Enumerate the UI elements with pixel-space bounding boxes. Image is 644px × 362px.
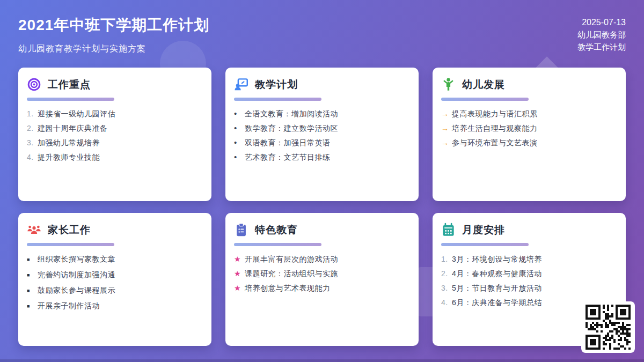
list-item: 4月：春种观察与健康活动 (441, 270, 617, 277)
list-item: 5月：节日教育与开放活动 (441, 284, 617, 292)
card-title: 工作重点 (48, 78, 91, 92)
arrow-marker (441, 139, 452, 146)
dot-marker (234, 124, 245, 132)
star-marker (234, 270, 245, 277)
calendar-icon (441, 223, 456, 237)
list-item: 艺术教育：文艺节目排练 (234, 153, 410, 161)
title-underline (27, 98, 114, 101)
card-parent-work: 家长工作 组织家长撰写家教文章 完善约访制度加强沟通 鼓励家长参与课程展示 开展… (18, 213, 211, 346)
list-item: 课题研究：活动组织与实施 (234, 270, 410, 277)
number-marker (27, 124, 38, 132)
arrow-marker (441, 124, 452, 132)
footer-strip (0, 359, 644, 362)
list-item: 提高表现能力与语汇积累 (441, 110, 617, 117)
star-marker (234, 255, 245, 263)
page-title: 2021年中班下学期工作计划 (18, 15, 209, 35)
header-date: 2025-07-13 (577, 16, 626, 28)
title-underline (234, 98, 321, 101)
list-item: 完善约访制度加强沟通 (27, 271, 203, 279)
title-underline (441, 98, 529, 101)
presenter-icon (234, 77, 248, 92)
card-child-development: 幼儿发展 提高表现能力与语汇积累 培养生活自理与观察能力 参与环境布置与文艺表演 (433, 68, 626, 201)
dot-marker (234, 110, 245, 117)
card-title: 家长工作 (48, 223, 91, 237)
title-underline (234, 243, 321, 246)
list-item: 鼓励家长参与课程展示 (27, 286, 203, 295)
list-item: 3月：环境创设与常规培养 (441, 255, 617, 263)
list-item: 开展亲子制作活动 (27, 302, 203, 311)
number-marker (441, 284, 452, 292)
number-marker (27, 110, 38, 117)
page-subtitle: 幼儿园教育教学计划与实施方案 (18, 43, 209, 55)
qr-code (581, 301, 635, 353)
list-item: 迎接省一级幼儿园评估 (27, 110, 203, 117)
card-special-education: 特色教育 开展丰富有层次的游戏活动 课题研究：活动组织与实施 培养创意与艺术表现… (225, 213, 419, 346)
card-title: 特色教育 (255, 223, 298, 237)
list-item: 培养生活自理与观察能力 (441, 124, 617, 132)
list-item: 培养创意与艺术表现能力 (234, 284, 410, 292)
list-item: 参与环境布置与文艺表演 (441, 139, 617, 146)
card-teaching-plan: 教学计划 全语文教育：增加阅读活动 数学教育：建立数学活动区 双语教育：加强日常… (225, 68, 419, 201)
card-title: 月度安排 (462, 223, 505, 237)
list-item: 组织家长撰写家教文章 (27, 255, 203, 264)
card-work-focus: 工作重点 迎接省一级幼儿园评估 建园十周年庆典准备 加强幼儿常规培养 提升教师专… (18, 68, 211, 201)
list-item: 全语文教育：增加阅读活动 (234, 110, 410, 117)
list-item: 提升教师专业技能 (27, 153, 203, 161)
number-marker (441, 255, 452, 263)
square-marker (27, 271, 38, 279)
number-marker (27, 153, 38, 161)
arrow-marker (441, 110, 452, 117)
header-meta: 2025-07-13 幼儿园教务部 教学工作计划 (577, 16, 626, 53)
number-marker (441, 299, 452, 306)
header-doc-type: 教学工作计划 (577, 41, 626, 53)
target-icon (27, 77, 41, 92)
title-underline (441, 243, 529, 246)
card-title: 教学计划 (255, 78, 298, 92)
cards-grid: 工作重点 迎接省一级幼儿园评估 建园十周年庆典准备 加强幼儿常规培养 提升教师专… (18, 68, 626, 346)
list-item: 建园十周年庆典准备 (27, 124, 203, 132)
star-marker (234, 284, 245, 292)
dot-marker (234, 153, 245, 161)
clipboard-icon (234, 223, 248, 237)
people-icon (27, 223, 41, 237)
number-marker (441, 270, 452, 277)
list-item: 数学教育：建立数学活动区 (234, 124, 410, 132)
card-title: 幼儿发展 (462, 78, 505, 92)
list-item: 加强幼儿常规培养 (27, 139, 203, 146)
number-marker (27, 139, 38, 146)
qr-code-canvas (586, 305, 631, 350)
dot-marker (234, 139, 245, 146)
square-marker (27, 302, 38, 310)
title-underline (27, 243, 114, 246)
header: 2021年中班下学期工作计划 幼儿园教育教学计划与实施方案 (18, 15, 209, 55)
list-item: 开展丰富有层次的游戏活动 (234, 255, 410, 263)
child-icon (441, 77, 456, 92)
list-item: 双语教育：加强日常英语 (234, 139, 410, 146)
square-marker (27, 256, 38, 263)
header-department: 幼儿园教务部 (577, 28, 626, 41)
square-marker (27, 287, 38, 294)
